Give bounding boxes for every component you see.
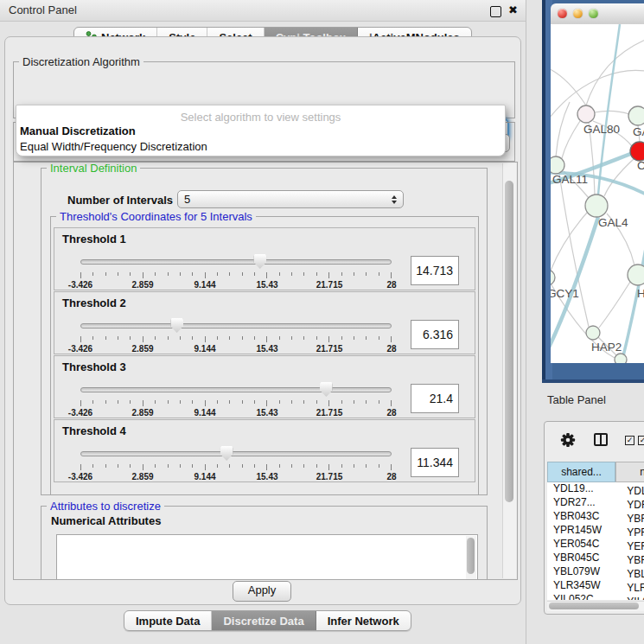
zoom-traffic-light-icon[interactable] [589, 9, 598, 18]
list-scrollbar[interactable] [466, 536, 476, 580]
node-label: GAL4 [598, 216, 628, 229]
popup-item-manual-discretization[interactable]: Manual Discretization [16, 124, 505, 139]
slider-tick-label: 28 [386, 408, 396, 418]
table-row[interactable]: YBL079W YBL0 [547, 565, 644, 579]
slider-tick-labels: -3.4262.8599.14415.4321.71528 [80, 344, 392, 354]
column-header-shared-name[interactable]: shared... [547, 462, 615, 482]
slider-ticks [80, 272, 392, 279]
column-header-name[interactable]: na [615, 462, 644, 482]
algorithm-dropdown-popup: Select algorithm to view settings Manual… [16, 105, 506, 156]
slider-tick-labels: -3.4262.8599.14415.4321.71528 [80, 472, 392, 482]
cell-name: YBR0 [618, 554, 644, 566]
apply-button[interactable]: Apply [233, 581, 291, 602]
slider-track[interactable] [80, 259, 392, 265]
cell-name: YDR2 [618, 499, 644, 511]
cyni-toolbox-panel: Discretization Algorithm Select algorith… [4, 36, 521, 605]
table-row[interactable]: YPR145W YPR1 [547, 524, 644, 538]
table-row[interactable]: YBR043C YBR0 [547, 510, 644, 524]
table-row[interactable]: YBR045C YBR0 [547, 552, 644, 565]
popup-item-equal-width-frequency[interactable]: Equal Width/Frequency Discretization [16, 139, 505, 155]
numerical-attributes-list[interactable] [56, 534, 478, 580]
threshold-label: Threshold 2 [62, 296, 126, 309]
settings-scrollpane: Interval Definition Number of Intervals … [13, 162, 518, 580]
slider-tick-label: 9.144 [194, 408, 215, 418]
attributes-to-discretize-group: Attributes to discretize Numerical Attri… [41, 506, 488, 580]
threshold-panel: Threshold 4 -3.4262.8599.14415.4321.7152… [54, 419, 475, 482]
minimize-traffic-light-icon[interactable] [573, 9, 583, 18]
node-label: HAP2 [591, 341, 622, 354]
slider-track[interactable] [80, 387, 392, 392]
gear-icon[interactable] [560, 432, 576, 448]
slider-thumb-icon[interactable] [220, 446, 233, 461]
node-label: C [637, 159, 644, 172]
table-row[interactable]: YDR27... YDR2 [547, 496, 644, 510]
cell-name: YBR0 [618, 513, 644, 525]
thresholds-group: Threshold's Coordinates for 5 Intervals … [50, 216, 479, 495]
threshold-slider[interactable]: -3.4262.8599.14415.4321.71528 [80, 317, 392, 354]
table-horizontal-scrollbar[interactable] [547, 601, 644, 611]
popup-placeholder-item[interactable]: Select algorithm to view settings [16, 105, 505, 124]
attribute-list-item[interactable] [57, 539, 477, 540]
checkbox-icon[interactable]: ✓ [638, 436, 644, 445]
cell-shared-name: YER054C [547, 538, 615, 550]
node-gal80 [577, 105, 595, 123]
tab-discretize-data[interactable]: Discretize Data [212, 611, 316, 630]
cell-shared-name: YDR27... [547, 496, 615, 508]
node-label: H [637, 287, 644, 300]
node-h [628, 265, 644, 285]
number-of-intervals-combobox[interactable]: 5 [177, 190, 404, 208]
slider-thumb-icon[interactable] [170, 318, 183, 333]
slider-track[interactable] [80, 451, 392, 456]
slider-tick-label: 21.715 [316, 344, 343, 354]
tab-impute-data-label: Impute Data [136, 615, 200, 628]
cell-name: YER0 [618, 540, 644, 552]
slider-tick-label: 2.859 [131, 280, 153, 290]
network-canvas[interactable]: GAL80 GA C GAL11 GAL4 GCY1 H HAP2 [551, 24, 644, 363]
table-row[interactable]: YER054C YER0 [547, 538, 644, 552]
table-row[interactable]: YIL052C YIL0 [547, 593, 644, 600]
node-gcy1 [551, 270, 555, 285]
close-icon[interactable]: ✖ [508, 6, 518, 16]
threshold-slider[interactable]: -3.4262.8599.14415.4321.71528 [80, 381, 392, 418]
slider-tick-label: 15.43 [256, 344, 277, 354]
tab-infer-network[interactable]: Infer Network [316, 611, 411, 630]
cell-name: YBL0 [618, 568, 644, 580]
cell-name: YIL0 [618, 596, 644, 600]
checkbox-icon[interactable]: ✓ [625, 436, 634, 445]
close-traffic-light-icon[interactable] [558, 9, 567, 18]
slider-tick-label: 21.715 [316, 408, 343, 418]
threshold-panel: Threshold 3 -3.4262.8599.14415.4321.7152… [54, 355, 475, 418]
threshold-value-field[interactable]: 21.4 [411, 384, 459, 413]
table-row[interactable]: YLR345W YLR3 [547, 579, 644, 593]
slider-thumb-icon[interactable] [320, 382, 333, 397]
threshold-panel: Threshold 2 -3.4262.8599.14415.4321.7152… [54, 291, 475, 354]
threshold-label: Threshold 3 [62, 360, 126, 373]
float-window-icon[interactable] [490, 6, 501, 17]
slider-ticks [80, 400, 392, 407]
threshold-slider[interactable]: -3.4262.8599.14415.4321.71528 [80, 253, 392, 290]
threshold-label: Threshold 4 [62, 424, 126, 437]
threshold-value-field[interactable]: 6.316 [411, 320, 459, 349]
slider-thumb-icon[interactable] [253, 254, 266, 269]
slider-ticks [80, 464, 392, 471]
threshold-slider[interactable]: -3.4262.8599.14415.4321.71528 [80, 445, 392, 481]
node-label: GA [633, 125, 644, 138]
cell-shared-name: YPR145W [547, 524, 615, 536]
interval-definition-group-title: Interval Definition [47, 162, 140, 175]
columns-icon[interactable] [594, 433, 608, 446]
cell-name: YLR3 [618, 582, 644, 594]
slider-tick-labels: -3.4262.8599.14415.4321.71528 [80, 280, 392, 290]
threshold-value-field[interactable]: 14.713 [411, 256, 459, 285]
threshold-value-field[interactable]: 11.344 [411, 448, 459, 477]
threshold-list: Threshold 1 -3.4262.8599.14415.4321.7152… [51, 227, 478, 483]
tab-impute-data[interactable]: Impute Data [124, 611, 212, 630]
slider-tick-label: 9.144 [194, 280, 215, 290]
slider-track[interactable] [80, 323, 392, 328]
slider-tick-label: 2.859 [131, 344, 153, 354]
table-row[interactable]: YDL19... YDL1 [547, 482, 644, 496]
panel-scrollbar[interactable] [502, 163, 516, 578]
cell-shared-name: YBR045C [547, 552, 615, 564]
slider-tick-label: 21.715 [316, 472, 343, 481]
slider-tick-label: 2.859 [131, 472, 153, 481]
threshold-panel: Threshold 1 -3.4262.8599.14415.4321.7152… [54, 227, 475, 290]
